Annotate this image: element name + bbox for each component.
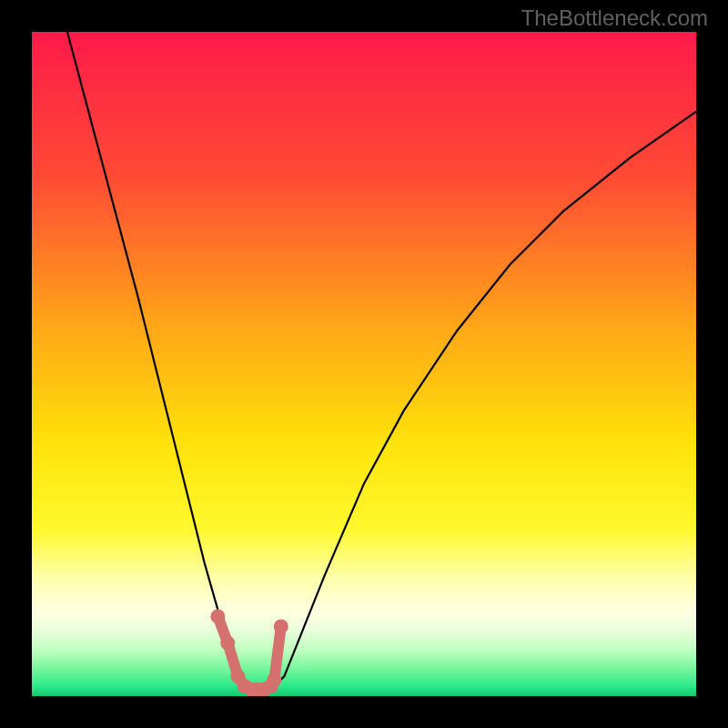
watermark-text: TheBottleneck.com <box>521 5 708 31</box>
bottleneck-curve <box>58 32 696 693</box>
marker-dot <box>267 672 281 687</box>
marker-dot <box>220 636 235 651</box>
marker-dot <box>210 609 225 623</box>
curve-layer <box>32 32 696 696</box>
plot-area <box>32 32 696 696</box>
marker-dot <box>274 619 288 633</box>
chart-frame: TheBottleneck.com <box>0 0 728 728</box>
curve-markers <box>210 609 288 696</box>
